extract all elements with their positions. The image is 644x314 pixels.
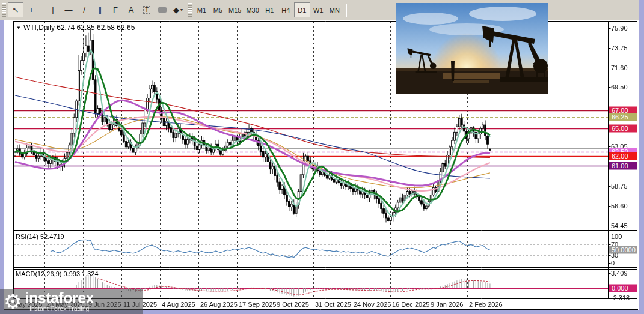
- timeframe-button-mn[interactable]: MN: [327, 2, 343, 17]
- timeframe-button-m1[interactable]: M1: [194, 2, 210, 17]
- price-axis-tick: 54.45: [611, 222, 628, 229]
- toolbar-grip[interactable]: [2, 3, 6, 17]
- timeframe-button-m15[interactable]: M15: [226, 2, 244, 17]
- rsi-axis-tick: 0: [611, 259, 615, 267]
- equidistant-channel-tool-icon[interactable]: ∥: [92, 2, 108, 17]
- oil-pumpjacks-photo: [396, 3, 548, 94]
- label-tool-icon[interactable]: T: [139, 2, 155, 17]
- price-axis-tick: 69.50: [611, 83, 628, 91]
- date-axis-label: 2 Feb 2026: [469, 301, 503, 308]
- date-axis-label: 24 Nov 2025: [354, 301, 391, 308]
- price-axis-tick: 56.60: [611, 202, 628, 210]
- window-border-left: [0, 20, 4, 314]
- instaforex-watermark: ⚙ instaforex Instant Forex Trading: [0, 289, 143, 314]
- logo-tagline: Instant Forex Trading: [29, 305, 89, 312]
- symbol-ohlc-text: WTI,Daily 62.74 62.85 62.58 62.65: [23, 23, 135, 32]
- price-axis-tick: 71.60: [611, 64, 628, 71]
- horizontal-line-tool-icon[interactable]: —: [61, 2, 76, 17]
- macd-axis-tick: 3.409: [611, 270, 628, 277]
- rsi-mid-badge: 50.0000: [609, 246, 637, 254]
- price-level-badge: 65.00: [609, 125, 637, 133]
- cursor-tool-icon[interactable]: ↖: [8, 2, 23, 17]
- timeframe-button-h1[interactable]: H1: [262, 2, 278, 17]
- price-level-badge: 66.25: [609, 113, 637, 121]
- rsi-axis-tick: 100: [611, 233, 622, 240]
- price-axis-tick: 58.75: [611, 183, 628, 190]
- date-axis-label: 26 Aug 2025: [200, 301, 238, 308]
- date-axis-label: 4 Aug 2025: [162, 301, 195, 308]
- date-axis-label: 17 Sep 2025: [239, 301, 276, 308]
- mt4-window: ↖+|—/∥FAT◆▾M1M5M15M30H1H4D1W1MN ▼WTI,Dai…: [0, 0, 644, 314]
- vertical-line-tool-icon[interactable]: |: [45, 2, 61, 17]
- timeframe-button-m30[interactable]: M30: [244, 2, 261, 17]
- price-axis-tick: 75.90: [611, 25, 628, 32]
- timeframe-button-w1[interactable]: W1: [310, 2, 327, 17]
- timeframe-button-m5[interactable]: M5: [210, 2, 226, 17]
- shapes-tool-icon[interactable]: [155, 2, 170, 17]
- window-border-right: [639, 0, 644, 314]
- logo-wordmark: instaforex: [25, 291, 93, 305]
- toolbar-separator: [345, 4, 347, 17]
- macd-zero-badge: 0.000: [609, 285, 637, 292]
- macd-axis-tick: -2.313: [611, 294, 630, 301]
- timeframe-button-h4[interactable]: H4: [278, 2, 294, 17]
- gear-person-icon: ⚙: [4, 291, 22, 312]
- timeframe-button-d1[interactable]: D1: [294, 2, 310, 17]
- macd-label: MACD(12,26,9) 0.993 1.324: [16, 270, 99, 277]
- price-axis-tick: 73.75: [611, 44, 628, 52]
- price-level-badge: 61.00: [609, 162, 637, 169]
- rsi-label: RSI(14) 52.4719: [16, 233, 64, 240]
- date-axis-label: 31 Oct 2025: [315, 301, 351, 308]
- text-tool-icon[interactable]: A: [123, 2, 139, 17]
- date-axis-label: 16 Dec 2025: [392, 301, 429, 308]
- crosshair-tool-icon[interactable]: +: [23, 2, 39, 17]
- date-axis-label: 9 Jan 2026: [431, 301, 463, 308]
- toolbar-grip[interactable]: [188, 3, 192, 17]
- price-level-badge: 62.00: [609, 152, 637, 160]
- toolbar-separator: [41, 4, 43, 17]
- arrows-tool-icon[interactable]: ◆▾: [170, 2, 186, 17]
- chevron-down-icon[interactable]: ▼: [16, 25, 21, 31]
- chart-title: ▼WTI,Daily 62.74 62.85 62.58 62.65: [16, 23, 135, 32]
- trendline-tool-icon[interactable]: /: [76, 2, 92, 17]
- fibonacci-tool-icon[interactable]: F: [108, 2, 123, 17]
- date-axis-label: 9 Oct 2025: [277, 301, 309, 308]
